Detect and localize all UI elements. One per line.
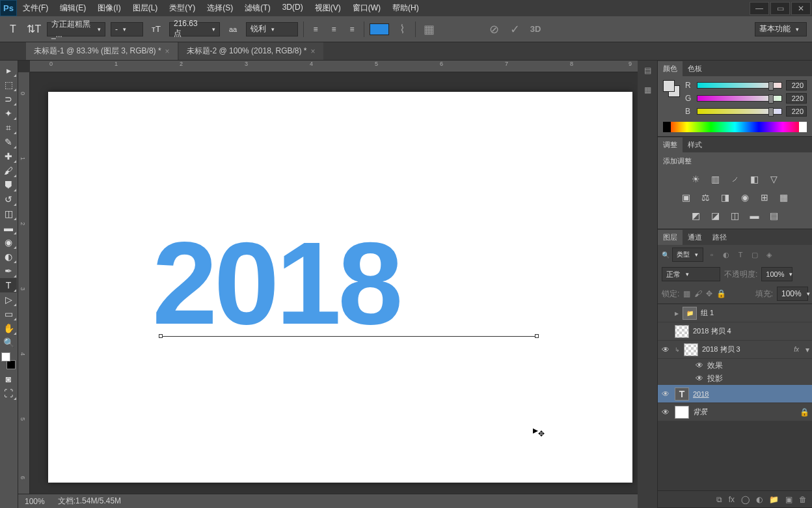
photo-filter-icon[interactable]: ◉ bbox=[738, 191, 752, 204]
fg-color-icon[interactable] bbox=[663, 80, 675, 92]
effect-dropshadow[interactable]: 👁 投影 bbox=[658, 372, 812, 385]
type-tool[interactable]: T bbox=[0, 278, 17, 292]
zoom-level[interactable]: 100% bbox=[25, 497, 45, 506]
zoom-tool[interactable]: 🔍 bbox=[0, 335, 17, 350]
effect-row[interactable]: 👁 效果 bbox=[658, 359, 812, 372]
mask-icon[interactable]: ◯ bbox=[741, 495, 750, 504]
fx-icon[interactable]: fx bbox=[729, 495, 735, 504]
tab-styles[interactable]: 样式 bbox=[683, 137, 707, 152]
tab-channels[interactable]: 通道 bbox=[683, 230, 707, 245]
visibility-toggle[interactable]: 👁 bbox=[660, 345, 671, 354]
menu-type[interactable]: 类型(Y) bbox=[163, 0, 201, 16]
dock-icon[interactable]: ▦ bbox=[638, 80, 657, 100]
layer-row-copy4[interactable]: 2018 拷贝 4 bbox=[658, 322, 812, 341]
visibility-toggle[interactable]: 👁 bbox=[696, 374, 703, 383]
threshold-icon[interactable]: ◫ bbox=[728, 209, 742, 222]
color-preview[interactable] bbox=[663, 80, 680, 97]
filter-pixel-icon[interactable]: ▫ bbox=[706, 249, 718, 260]
eraser-tool[interactable]: ◫ bbox=[0, 206, 17, 221]
fill-value[interactable]: 100% bbox=[777, 287, 808, 301]
balance-icon[interactable]: ⚖ bbox=[699, 191, 713, 204]
tab-adjustments[interactable]: 调整 bbox=[658, 137, 683, 152]
layer-name[interactable]: 组 1 bbox=[701, 308, 714, 318]
adjustment-icon[interactable]: ◐ bbox=[756, 495, 763, 504]
gradient-map-icon[interactable]: ▬ bbox=[748, 209, 762, 222]
lasso-tool[interactable]: ⊃ bbox=[0, 92, 17, 106]
screenmode-toggle[interactable]: ⛶ bbox=[0, 386, 17, 401]
tab-paths[interactable]: 路径 bbox=[707, 230, 732, 245]
exposure-icon[interactable]: ◧ bbox=[748, 173, 762, 186]
text-layer-content[interactable]: 2018 bbox=[152, 216, 399, 350]
commit-icon[interactable]: ✓ bbox=[507, 21, 522, 37]
text-handle-left[interactable] bbox=[159, 334, 163, 338]
layer-row-group[interactable]: ▸ 📁 组 1 bbox=[658, 304, 812, 322]
workspace-dropdown[interactable]: 基本功能 bbox=[755, 22, 807, 36]
menu-3d[interactable]: 3D(D) bbox=[277, 0, 309, 16]
lock-pos-icon[interactable]: ✥ bbox=[706, 289, 712, 298]
expand-icon[interactable]: ▸ bbox=[675, 309, 679, 318]
lock-paint-icon[interactable]: 🖌 bbox=[694, 289, 702, 298]
filter-type-dropdown[interactable]: 类型 bbox=[672, 247, 703, 262]
crop-tool[interactable]: ⌗ bbox=[0, 120, 17, 135]
selective-icon[interactable]: ▤ bbox=[767, 209, 781, 222]
menu-edit[interactable]: 编辑(E) bbox=[54, 0, 92, 16]
font-size-dropdown[interactable]: 216.63 点 bbox=[169, 22, 220, 36]
delete-icon[interactable]: 🗑 bbox=[799, 495, 807, 504]
invert-icon[interactable]: ◩ bbox=[689, 209, 703, 222]
layer-row-2018[interactable]: 👁 T 2018 bbox=[658, 385, 812, 403]
link-layers-icon[interactable]: ⧉ bbox=[716, 495, 722, 504]
layer-row-background[interactable]: 👁 背景 🔒 bbox=[658, 403, 812, 421]
slider-track-r[interactable] bbox=[697, 82, 782, 89]
warp-text-button[interactable]: ⌇ bbox=[394, 21, 410, 37]
close-button[interactable]: ✕ bbox=[791, 2, 811, 15]
dodge-tool[interactable]: ◐ bbox=[0, 249, 17, 264]
color-spectrum[interactable] bbox=[663, 122, 807, 132]
layer-name[interactable]: 2018 拷贝 3 bbox=[702, 345, 740, 354]
vibrance-icon[interactable]: ▽ bbox=[767, 173, 781, 186]
lut-icon[interactable]: ▦ bbox=[777, 191, 791, 204]
color-swatches[interactable] bbox=[0, 352, 17, 372]
menu-image[interactable]: 图像(I) bbox=[92, 0, 126, 16]
lock-all-icon[interactable]: 🔒 bbox=[716, 289, 726, 298]
slider-thumb[interactable] bbox=[768, 81, 774, 91]
maximize-button[interactable]: ▭ bbox=[770, 2, 790, 15]
marquee-tool[interactable]: ⬚ bbox=[0, 78, 17, 92]
align-left-button[interactable]: ≡ bbox=[309, 23, 322, 36]
document-tab-1[interactable]: 未标题-1 @ 83.3% (图层 3, RGB/8) * × bbox=[26, 42, 178, 60]
menu-window[interactable]: 窗口(W) bbox=[347, 0, 386, 16]
wand-tool[interactable]: ✦ bbox=[0, 106, 17, 120]
font-family-dropdown[interactable]: 方正超粗黑_... bbox=[47, 22, 105, 36]
menu-filter[interactable]: 滤镜(T) bbox=[239, 0, 276, 16]
layer-row-copy3[interactable]: 👁 ↳ 2018 拷贝 3 fx ▾ bbox=[658, 341, 812, 359]
hand-tool[interactable]: ✋ bbox=[0, 321, 17, 335]
text-handle-right[interactable] bbox=[535, 334, 539, 338]
filter-shape-icon[interactable]: ▢ bbox=[749, 249, 761, 260]
bw-icon[interactable]: ◨ bbox=[718, 191, 733, 204]
orientation-toggle[interactable]: ⇅T bbox=[26, 21, 42, 37]
brush-tool[interactable]: 🖌 bbox=[0, 163, 17, 178]
brightness-icon[interactable]: ☀ bbox=[689, 173, 703, 186]
tab-layers[interactable]: 图层 bbox=[658, 230, 683, 245]
menu-layer[interactable]: 图层(L) bbox=[127, 0, 164, 16]
fx-expand-icon[interactable]: ▾ bbox=[805, 345, 809, 354]
filter-type-icon[interactable]: T bbox=[735, 249, 746, 260]
slider-track-g[interactable] bbox=[697, 95, 782, 102]
pen-tool[interactable]: ✒ bbox=[0, 264, 17, 278]
heal-tool[interactable]: ✚ bbox=[0, 149, 17, 163]
quickmask-toggle[interactable]: ◙ bbox=[0, 372, 17, 386]
slider-track-b[interactable] bbox=[697, 108, 782, 115]
character-panel-button[interactable]: ▦ bbox=[421, 21, 437, 37]
slider-value-g[interactable] bbox=[786, 93, 807, 104]
slider-thumb[interactable] bbox=[768, 94, 774, 104]
path-select-tool[interactable]: ▷ bbox=[0, 292, 17, 307]
eyedropper-tool[interactable]: ✎ bbox=[0, 135, 17, 149]
posterize-icon[interactable]: ◪ bbox=[709, 209, 723, 222]
filter-adjust-icon[interactable]: ◐ bbox=[720, 249, 732, 260]
document-tab-2[interactable]: 未标题-2 @ 100% (2018, RGB/8) * × bbox=[179, 42, 323, 60]
tab-swatches[interactable]: 色板 bbox=[683, 61, 707, 76]
foreground-swatch[interactable] bbox=[1, 352, 10, 361]
align-center-button[interactable]: ≡ bbox=[327, 23, 340, 36]
fx-badge[interactable]: fx bbox=[794, 346, 802, 353]
visibility-toggle[interactable]: 👁 bbox=[660, 408, 671, 417]
tab-close-icon[interactable]: × bbox=[311, 47, 316, 56]
